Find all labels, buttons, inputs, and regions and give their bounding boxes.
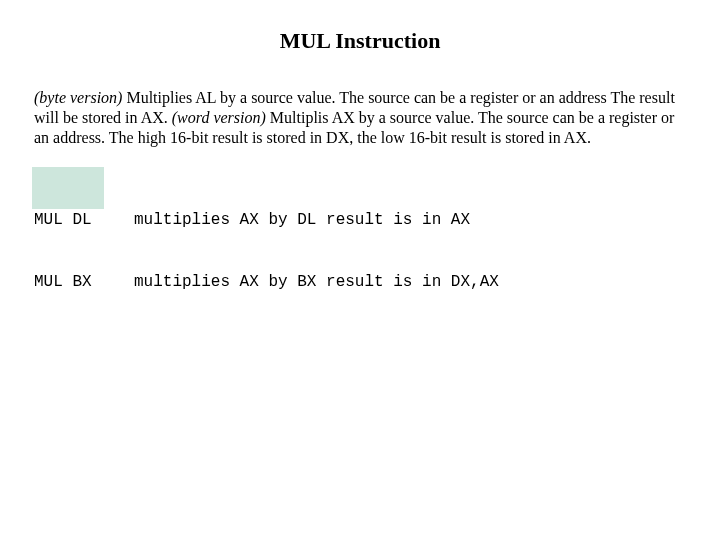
- code-row: MUL DLmultiplies AX by DL result is in A…: [34, 210, 499, 231]
- document-page: MUL Instruction (byte version) Multiplie…: [0, 0, 720, 540]
- description-paragraph: (byte version) Multiplies AL by a source…: [34, 88, 686, 148]
- code-command: MUL DL: [34, 210, 134, 231]
- code-description: multiplies AX by DL result is in AX: [134, 211, 470, 229]
- page-title: MUL Instruction: [0, 28, 720, 54]
- code-command: MUL BX: [34, 272, 134, 293]
- code-example-block: MUL DLmultiplies AX by DL result is in A…: [34, 168, 499, 334]
- word-version-label: (word version): [172, 109, 266, 126]
- code-description: multiplies AX by BX result is in DX,AX: [134, 273, 499, 291]
- code-row: MUL BXmultiplies AX by BX result is in D…: [34, 272, 499, 293]
- byte-version-label: (byte version): [34, 89, 122, 106]
